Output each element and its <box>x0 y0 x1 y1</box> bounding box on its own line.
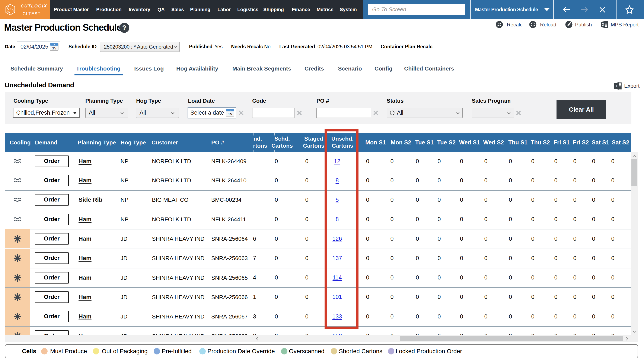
svg-text:X: X <box>615 84 618 88</box>
svg-text:15: 15 <box>52 46 56 50</box>
svg-text:X: X <box>602 23 604 26</box>
svg-text:15: 15 <box>228 112 232 116</box>
